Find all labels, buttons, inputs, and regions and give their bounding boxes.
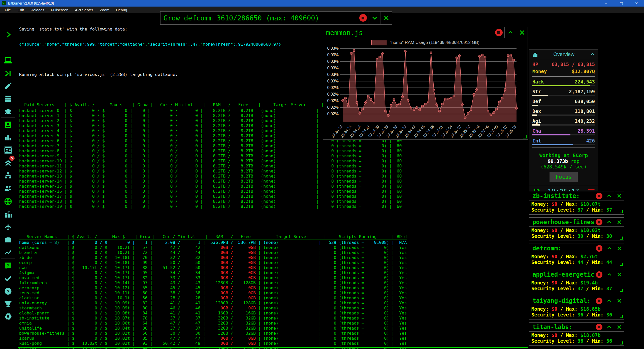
stat-bar-hack [532, 85, 595, 86]
monitor-close-button[interactable] [614, 323, 624, 331]
monitor-collapse-button[interactable] [604, 323, 614, 331]
sidebar-divider [1, 43, 15, 43]
grow-close-button[interactable] [380, 12, 392, 24]
menu-item-fullscreen[interactable]: Fullscreen [48, 8, 72, 12]
sidebar-item-terminal[interactable] [0, 68, 16, 79]
menu-item-api-server[interactable]: API Server [72, 8, 96, 12]
sidebar-item-stock-market-trending[interactable] [0, 247, 16, 258]
monitor-close-button[interactable] [614, 296, 624, 305]
monitor-resize-handle[interactable] [620, 289, 623, 292]
sidebar-item-create-program-bug[interactable] [0, 106, 16, 117]
rep-word: rep [571, 158, 579, 164]
monitor-collapse-button[interactable] [604, 296, 614, 305]
menu-item-zoom[interactable]: Zoom [96, 8, 113, 12]
monitor-resize-handle[interactable] [620, 341, 623, 344]
monitor-collapse-button[interactable] [604, 270, 614, 279]
grow-stop-button[interactable] [357, 12, 369, 24]
factions-contacts-icon [4, 146, 12, 154]
monitor-window-powerhouse-fitnes[interactable]: powerhouse-fitnes…Money: $0 / Max: $10.0… [529, 217, 624, 241]
sidebar-item-stats-bar-chart[interactable] [0, 132, 16, 143]
sidebar-item-help-section-bubble[interactable]: ? [0, 260, 16, 271]
monitor-close-button[interactable] [614, 218, 624, 226]
terminal-input-line[interactable] [18, 347, 528, 348]
monitor-close-button[interactable] [614, 244, 624, 253]
grow-log-window[interactable]: Grow defcomm 3610/286650 (max: 409600) [160, 11, 392, 25]
sidebar-item-world-section-globe[interactable] [0, 196, 16, 207]
memmon-close-button[interactable] [516, 27, 528, 38]
overview-divider [532, 76, 595, 77]
bitburner-app: { "window": { "title": "Bitburner v2.6.0… [0, 0, 644, 349]
monitor-window-applied-energetic[interactable]: applied-energetic…Money: $0 / Max: $19.4… [529, 270, 624, 293]
memmon-resize-handle[interactable] [523, 135, 527, 138]
monitor-body: Money: $0 / Max: $18.07bSecurity Level: … [529, 332, 624, 345]
monitor-window-defcomm[interactable]: defcomm:Money: $0 / Max: $2.76tSecurity … [529, 244, 624, 267]
sidebar-item-tutorial-help[interactable]: ? [0, 286, 16, 297]
sidebar-item-script-editor-pencil[interactable] [0, 80, 16, 92]
menu-item-file[interactable]: File [2, 8, 14, 12]
sidebar-item-sleeves-people[interactable] [0, 183, 16, 194]
monitor-window-titan-labs[interactable]: titan-labs:Money: $0 / Max: $18.07bSecur… [529, 322, 624, 346]
monitor-stop-button[interactable] [594, 296, 604, 305]
menu-item-reloads[interactable]: Reloads [27, 8, 48, 12]
monitor-collapse-button[interactable] [604, 191, 614, 200]
sidebar-item-options-gear[interactable] [0, 311, 16, 322]
monitor-title: taiyang-digital: [529, 296, 594, 305]
overview-chart-icon [532, 51, 538, 57]
sidebar-item-city[interactable] [0, 209, 16, 220]
maximize-button[interactable]: ▢ [614, 0, 629, 7]
server-monitor-windows: zb-institute:Money: $0 / Max: $10.07tSec… [529, 191, 624, 348]
sidebar-item-active-scripts-storage[interactable] [0, 93, 16, 104]
sidebar-item-hacking-section-laptop[interactable] [0, 55, 16, 66]
svg-text:0.03%: 0.03% [327, 79, 339, 83]
bitburner-app-icon [2, 1, 6, 6]
tutorial-help-icon: ? [4, 287, 12, 296]
svg-text:0.03%: 0.03% [327, 66, 339, 70]
overview-collapse-icon[interactable] [590, 52, 595, 57]
monitor-body: Money: $0 / Max: $18.85bSecurity Level: … [529, 305, 624, 319]
sidebar-item-chevron-right[interactable] [0, 29, 16, 40]
monitor-stop-button[interactable] [594, 218, 604, 226]
close-button[interactable]: ✕ [629, 0, 644, 7]
sidebar-item-achievements-trophy[interactable] [0, 298, 16, 309]
sidebar-item-travel-airplane[interactable] [0, 221, 16, 232]
memmon-collapse-button[interactable] [504, 27, 516, 38]
window-title: Bitburner v2.6.0 (8154a4613) [8, 1, 54, 5]
menu-item-debug[interactable]: Debug [113, 8, 130, 12]
memmon-window[interactable]: memmon.js "home" RAM Usage (118439.4/536… [323, 27, 528, 140]
monitor-close-button[interactable] [614, 270, 624, 279]
monitor-resize-handle[interactable] [620, 210, 623, 213]
stat-bar-str [532, 95, 595, 96]
hacknet-tree-icon [4, 171, 12, 180]
monitor-collapse-button[interactable] [604, 218, 614, 226]
sidebar-item-character-section-badge[interactable] [0, 119, 16, 130]
monitor-stop-button[interactable] [594, 270, 604, 279]
svg-text:0.02%: 0.02% [327, 99, 339, 103]
monitor-body: Money: $0 / Max: $2.76tSecurity Level: 4… [529, 253, 624, 267]
rep-value: 99.373b [548, 158, 568, 164]
overview-stats: HP63,815 / 63,815Money$12.807QHack224,54… [529, 59, 598, 151]
sidebar-item-factions-contacts[interactable] [0, 144, 16, 156]
monitor-window-zb-institute[interactable]: zb-institute:Money: $0 / Max: $10.07tSec… [529, 191, 624, 215]
monitor-collapse-button[interactable] [604, 244, 614, 253]
monitor-stop-button[interactable] [594, 191, 604, 200]
grow-log-title: Grow defcomm 3610/286650 (max: 409600) [160, 12, 357, 24]
monitor-resize-handle[interactable] [620, 237, 623, 240]
stat-hp: HP63,815 / 63,815 [532, 61, 595, 67]
legend-label: "home" RAM Usage (118439.4/536870912 GB) [390, 40, 479, 45]
sidebar-item-augmentations-double-chevron[interactable]: 5 [0, 157, 16, 168]
focus-button[interactable]: Focus [550, 172, 577, 182]
monitor-resize-handle[interactable] [620, 263, 623, 266]
memmon-stop-button[interactable] [493, 27, 504, 38]
sidebar-item-hacknet-tree[interactable] [0, 170, 16, 181]
active-scripts-storage-icon [4, 94, 12, 103]
minimize-button[interactable]: – [599, 0, 614, 7]
sidebar-item-job-briefcase[interactable] [0, 234, 16, 245]
monitor-close-button[interactable] [614, 191, 624, 200]
monitor-resize-handle[interactable] [620, 315, 623, 318]
monitor-window-taiyang-digital[interactable]: taiyang-digital:Money: $0 / Max: $18.85b… [529, 296, 624, 319]
menu-item-edit[interactable]: Edit [14, 8, 27, 12]
monitor-stop-button[interactable] [594, 323, 604, 331]
grow-expand-button[interactable] [369, 12, 380, 24]
sidebar-item-milestones-check[interactable] [0, 273, 16, 284]
monitor-stop-button[interactable] [594, 244, 604, 253]
